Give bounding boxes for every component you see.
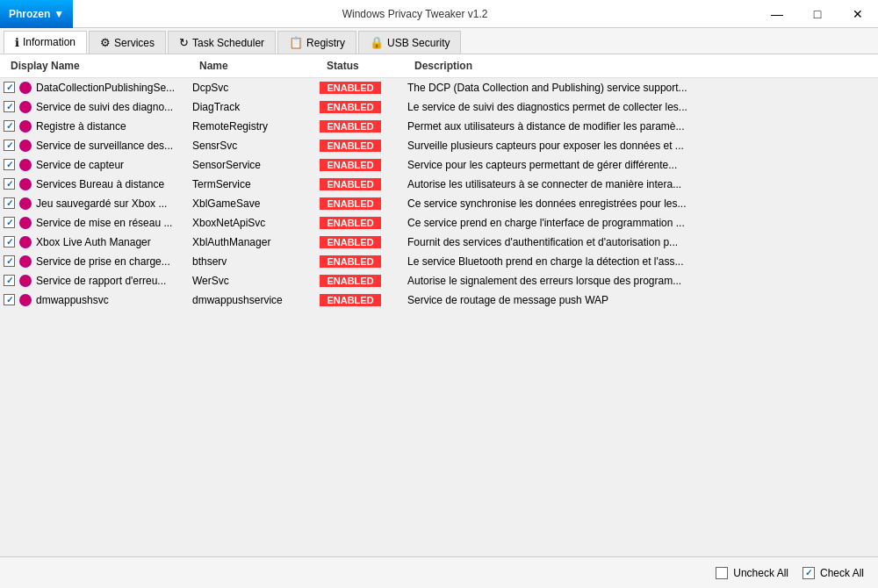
row-checkbox[interactable] [4,82,15,93]
status-badge: ENABLED [320,197,381,210]
registry-icon: 📋 [289,36,303,49]
display-name-text: DataCollectionPublishingSe... [36,82,175,94]
tab-task-scheduler-label: Task Scheduler [192,37,264,49]
display-name-text: Service de rapport d'erreu... [36,275,166,287]
service-icon [18,235,32,249]
status-badge: ENABLED [320,178,381,190]
cell-status: ENABLED [316,99,404,115]
tab-usb-security-label: USB Security [387,37,450,49]
service-icon [18,293,32,307]
row-checkbox[interactable] [4,275,15,286]
service-icon [18,274,32,288]
table-row: Services Bureau à distance TermService E… [0,175,878,194]
window-controls: — □ ✕ [757,0,878,28]
row-checkbox[interactable] [4,217,15,228]
cell-status: ENABLED [316,292,404,308]
cell-description: Permet aux utilisateurs à distance de mo… [404,118,878,134]
cell-display-name: Service de rapport d'erreu... [0,272,189,290]
cell-name: XblGameSave [189,196,316,212]
cell-status: ENABLED [316,215,404,231]
service-icon [18,255,32,269]
cell-name: SensorService [189,157,316,173]
tab-information[interactable]: ℹ Information [4,31,87,54]
column-headers: Display Name Name Status Description [0,54,878,78]
row-checkbox[interactable] [4,236,15,247]
cell-display-name: Services Bureau à distance [0,176,189,193]
cell-name: RemoteRegistry [189,118,316,134]
cell-description: Ce service prend en charge l'interface d… [404,215,878,231]
cell-status: ENABLED [316,273,404,289]
phrozen-button[interactable]: Phrozen ▼ [0,0,73,28]
rows-container: DataCollectionPublishingSe... DcpSvc ENA… [0,78,878,556]
status-badge: ENABLED [320,294,381,306]
row-checkbox[interactable] [4,159,15,170]
tab-services[interactable]: ⚙ Services [89,31,166,54]
check-all-label: Check All [820,567,864,579]
tab-information-label: Information [23,36,76,48]
row-checkbox[interactable] [4,197,15,209]
table-row: dmwappushsvc dmwappushservice ENABLED Se… [0,290,878,310]
tab-usb-security[interactable]: 🔒 USB Security [358,31,461,54]
tab-registry[interactable]: 📋 Registry [277,31,356,54]
minimize-button[interactable]: — [757,0,797,28]
cell-display-name: Service de mise en réseau ... [0,214,189,232]
cell-name: XboxNetApiSvc [189,215,316,231]
services-icon: ⚙ [100,36,111,49]
col-description: Description [411,58,871,74]
cell-display-name: Service de suivi des diagno... [0,98,189,116]
cell-description: The DCP (Data Collection and Publishing)… [404,80,878,96]
row-checkbox[interactable] [4,120,15,132]
row-checkbox[interactable] [4,255,15,267]
maximize-button[interactable]: □ [797,0,838,28]
status-badge: ENABLED [320,82,381,94]
col-name: Name [196,58,323,74]
display-name-text: Service de surveillance des... [36,140,173,152]
tab-task-scheduler[interactable]: ↻ Task Scheduler [168,31,276,54]
cell-description: Service pour les capteurs permettant de … [404,157,878,173]
status-badge: ENABLED [320,255,381,268]
check-all-item: Check All [802,567,864,579]
cell-display-name: Xbox Live Auth Manager [0,233,189,251]
cell-name: SensrSvc [189,138,316,154]
display-name-text: dmwappushsvc [36,294,109,306]
tab-registry-label: Registry [306,37,345,49]
cell-name: DcpSvc [189,80,316,96]
display-name-text: Services Bureau à distance [36,178,164,190]
row-checkbox[interactable] [4,140,15,151]
uncheck-all-checkbox[interactable] [716,567,728,579]
cell-name: dmwappushservice [189,292,316,308]
close-button[interactable]: ✕ [838,0,878,28]
table-row: Jeu sauvegardé sur Xbox ... XblGameSave … [0,194,878,213]
status-badge: ENABLED [320,101,381,113]
cell-description: Ce service synchronise les données enreg… [404,196,878,212]
table-row: Service de surveillance des... SensrSvc … [0,136,878,155]
status-badge: ENABLED [320,120,381,133]
service-icon [18,100,32,114]
service-icon [18,177,32,191]
cell-name: DiagTrack [189,99,316,115]
uncheck-all-label: Uncheck All [733,567,788,579]
display-name-text: Service de capteur [36,159,124,171]
table-row: Registre à distance RemoteRegistry ENABL… [0,117,878,136]
cell-description: Surveille plusieurs capteurs pour expose… [404,138,878,154]
tab-bar: ℹ Information ⚙ Services ↻ Task Schedule… [0,28,878,54]
cell-display-name: Service de prise en charge... [0,253,189,270]
cell-name: XblAuthManager [189,234,316,250]
table-row: Service de mise en réseau ... XboxNetApi… [0,213,878,233]
table-row: Service de capteur SensorService ENABLED… [0,155,878,175]
cell-name: WerSvc [189,273,316,289]
content-area: Display Name Name Status Description Dat… [0,54,878,556]
cell-description: Le service de suivi des diagnostics perm… [404,99,878,115]
cell-display-name: dmwappushsvc [0,291,189,309]
cell-status: ENABLED [316,138,404,154]
cell-description: Fournit des services d'authentification … [404,234,878,250]
service-icon [18,216,32,230]
row-checkbox[interactable] [4,178,15,190]
title-bar: Phrozen ▼ Windows Privacy Tweaker v1.2 —… [0,0,878,28]
service-icon [18,158,32,172]
cell-name: TermService [189,176,316,192]
cell-status: ENABLED [316,157,404,173]
row-checkbox[interactable] [4,101,15,112]
row-checkbox[interactable] [4,294,15,305]
check-all-checkbox[interactable] [802,567,815,579]
